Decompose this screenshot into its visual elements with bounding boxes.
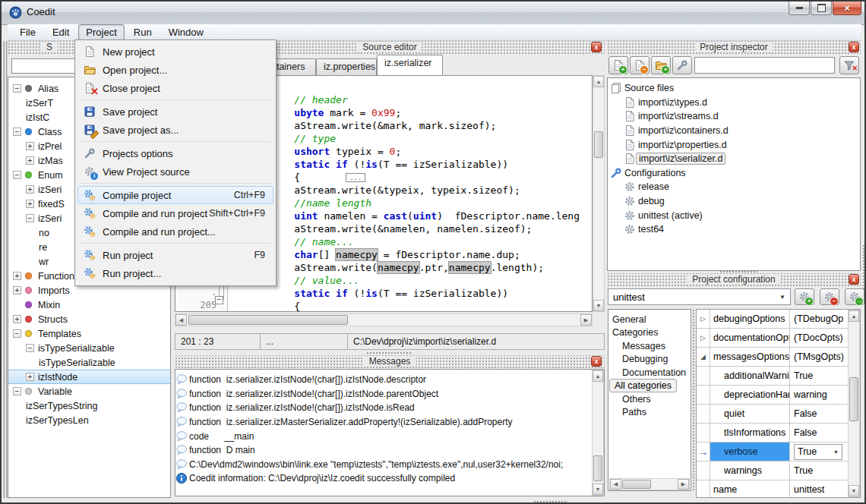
scroll-thumb[interactable] — [188, 315, 348, 325]
project-configuration-close-button[interactable]: x — [849, 274, 859, 285]
toolbar-button-gear-arrow[interactable]: → — [845, 288, 864, 305]
property-grid-scrollbar[interactable]: ▲▼ — [848, 310, 860, 497]
tree-item-configurations[interactable]: Configurations — [608, 166, 860, 181]
category-item-documentation[interactable]: Documentation — [608, 366, 691, 380]
collapse-icon[interactable]: − — [13, 128, 21, 136]
tree-item-variable[interactable]: −Variable — [8, 384, 170, 398]
scroll-thumb[interactable] — [594, 131, 603, 158]
collapse-icon[interactable]: − — [26, 214, 34, 222]
message-row[interactable]: function iz.serializer.izMasterSerialize… — [175, 415, 604, 430]
toolbar-button-doc-minus[interactable]: − — [630, 56, 650, 74]
expand-icon[interactable]: + — [13, 315, 21, 323]
editor-vertical-scrollbar[interactable]: ▲▼ — [593, 75, 605, 312]
menu-item-compile-project[interactable]: Compile projectCtrl+F9 — [77, 186, 273, 204]
category-list[interactable]: GeneralCategoriesMessagesDebuggingDocume… — [608, 309, 691, 491]
splitter-grip-horizontal[interactable] — [366, 351, 412, 354]
collapse-icon[interactable]: − — [13, 171, 21, 179]
property-row-warnings[interactable]: warningsTrue — [697, 461, 860, 480]
category-item-others[interactable]: Others — [608, 392, 691, 406]
menu-item-view-project-source[interactable]: iView Project source — [77, 162, 273, 181]
grid-splitter-grip[interactable] — [692, 309, 695, 491]
all-categories-button[interactable]: All categories — [609, 379, 677, 392]
scroll-up-button[interactable]: ▲ — [849, 310, 859, 322]
window-resize-grip-bottom[interactable] — [533, 500, 568, 503]
tree-item-izsertypesstring[interactable]: izSerTypesString — [8, 398, 170, 413]
tree-item-debug[interactable]: debug — [608, 194, 860, 209]
menu-item-run[interactable]: Run — [126, 24, 160, 40]
property-row-debugingoptions[interactable]: ▷debugingOptions(TDebugOp — [697, 310, 860, 329]
tree-item-import-iz-serializer-d[interactable]: import\iz\serializer.d — [608, 152, 860, 166]
toolbar-button-gear-minus[interactable]: − — [820, 288, 839, 305]
property-row-documentationopt[interactable]: ▷documentationOpt(TDocOpts) — [697, 329, 860, 348]
expand-icon[interactable]: + — [13, 272, 21, 280]
source-editor-close-button[interactable]: x — [591, 42, 602, 52]
message-row[interactable]: C:\Dev\dmd2\windows\bin\link.exe "temp\i… — [175, 458, 604, 472]
scroll-thumb[interactable] — [593, 455, 602, 481]
scroll-down-button[interactable]: ▼ — [593, 300, 604, 311]
title-bar[interactable]: Coedit × — [2, 2, 864, 25]
scroll-right-button[interactable]: ▶ — [580, 314, 592, 326]
category-item-categories[interactable]: Categories — [608, 326, 691, 340]
tree-item-structs[interactable]: +Structs — [8, 312, 170, 326]
category-item-general[interactable]: General — [608, 313, 691, 326]
toolbar-button-wrench[interactable] — [672, 56, 692, 74]
menu-item-edit[interactable]: Edit — [45, 24, 77, 40]
filter-button[interactable]: ✕ — [839, 56, 859, 74]
property-row-verbose[interactable]: →verboseTrue▼ — [697, 443, 860, 461]
tree-item-templates[interactable]: −Templates — [8, 326, 170, 341]
tab-iz-properties[interactable]: iz.properties — [316, 58, 377, 75]
tree-item-import-iz-properties-d[interactable]: import\iz\properties.d — [608, 137, 860, 152]
messages-close-button[interactable]: x — [591, 356, 602, 367]
message-row[interactable]: function D main — [175, 443, 604, 458]
property-row-tlsinformations[interactable]: tlsInformationsFalse — [697, 424, 860, 443]
property-row-quiet[interactable]: quietFalse — [697, 405, 860, 424]
scroll-thumb[interactable] — [622, 480, 651, 489]
menu-item-save-project-as[interactable]: Save project as... — [77, 121, 273, 139]
tree-item-izistnode[interactable]: +izIstNode — [8, 370, 170, 384]
menu-item-projects-options[interactable]: Projects options — [77, 144, 273, 162]
collapse-icon[interactable]: − — [13, 387, 21, 395]
scroll-down-button[interactable]: ▼ — [593, 484, 603, 495]
tree-item-import-iz-containers-d[interactable]: import\iz\containers.d — [608, 124, 860, 138]
collapse-icon[interactable]: − — [26, 344, 34, 352]
editor-horizontal-scrollbar[interactable]: ◀▶ — [175, 313, 593, 326]
expand-icon[interactable]: ▷ — [700, 334, 706, 342]
messages-scrollbar[interactable]: ▲▼ — [592, 370, 604, 496]
tree-item-release[interactable]: release — [608, 180, 860, 194]
message-row[interactable]: function iz.serializer.izIstNode!(char[]… — [175, 373, 604, 387]
tree-item-test64[interactable]: test64 — [608, 222, 860, 237]
message-row[interactable]: code __main — [175, 429, 604, 443]
category-list-scrollbar[interactable]: ◀▶ — [609, 478, 690, 490]
inspector-filter-input[interactable] — [694, 57, 835, 74]
expand-icon[interactable]: + — [26, 142, 34, 150]
menu-item-compile-and-run-project[interactable]: Compile and run project... — [77, 222, 273, 241]
property-grid[interactable]: ▷debugingOptions(TDebugOp▷documentationO… — [696, 309, 861, 498]
menu-item-compile-and-run-project[interactable]: Compile and run projectShift+Ctrl+F9 — [77, 204, 273, 222]
toolbar-button-folder-plus[interactable]: + — [651, 56, 671, 74]
scroll-left-button[interactable]: ◀ — [175, 314, 187, 326]
category-item-debugging[interactable]: Debugging — [608, 353, 691, 367]
menu-item-run-project[interactable]: Run project... — [77, 264, 273, 282]
category-item-messages[interactable]: Messages — [608, 339, 691, 353]
collapse-icon[interactable]: − — [13, 329, 21, 338]
tree-item-unittest-active-[interactable]: unittest (active) — [608, 208, 860, 222]
close-button[interactable]: × — [833, 2, 861, 15]
menu-item-new-project[interactable]: New project — [77, 43, 273, 61]
project-inspector-close-button[interactable]: x — [849, 42, 859, 52]
menu-item-close-project[interactable]: ✕Close project — [77, 79, 273, 97]
property-row-depreciationhar[interactable]: depreciationHarwarning — [697, 386, 860, 405]
menu-item-project[interactable]: Project — [78, 24, 124, 40]
tree-item-mixin[interactable]: Mixin — [8, 298, 170, 312]
value-dropdown[interactable]: True▼ — [794, 444, 842, 460]
scroll-up-button[interactable]: ▲ — [593, 76, 604, 87]
fold-collapse-icon[interactable]: − — [215, 296, 223, 304]
collapse-icon[interactable]: ◢ — [700, 353, 706, 361]
message-row[interactable]: Coedit information: C:\Dev\dproj\iz\Iz.c… — [175, 471, 604, 486]
scroll-left-button[interactable]: ◀ — [610, 479, 621, 490]
menu-item-open-project[interactable]: Open project... — [77, 61, 273, 79]
toolbar-button-doc-plus[interactable]: + — [608, 56, 628, 74]
tree-item-source-files[interactable]: Source files — [608, 81, 860, 96]
property-row-additionalwarni[interactable]: additionalWarniTrue — [697, 367, 860, 386]
message-row[interactable]: function iz.serializer.izIstNode!(char[]… — [175, 387, 604, 402]
menu-item-save-project[interactable]: Save project — [77, 102, 273, 121]
